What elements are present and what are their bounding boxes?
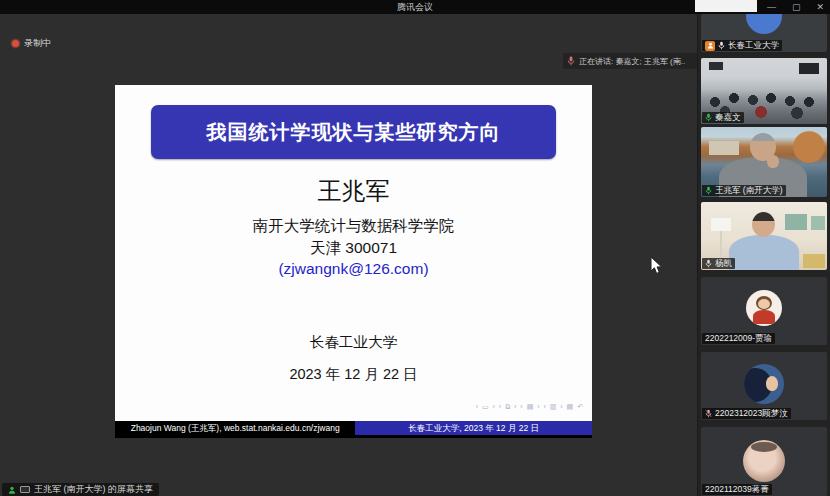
minimize-button[interactable]: — <box>767 0 776 14</box>
sharer-person-icon <box>8 486 16 494</box>
slide-date: 2023 年 12 月 22 日 <box>115 365 592 384</box>
name-label: 长春工业大学 <box>702 40 782 51</box>
titlebar: 腾讯会议 — ▢ ✕ <box>0 0 830 14</box>
participant-tile-wangzhaojun[interactable]: 王兆军 (南开大学) <box>701 127 827 197</box>
name-label: 王兆军 (南开大学) <box>702 185 786 196</box>
beamer-nav-symbols: ‹ ▭ › ‹ ⧉ › ‹ ▤ › ‹ ▥ › ▤ ↶ <box>476 403 584 411</box>
mic-muted-icon <box>705 409 712 418</box>
name-label: 2202312023顾梦汶 <box>702 408 791 419</box>
shared-screen-area: 录制中 正在讲话: 秦嘉文; 王兆军 (南.. 我国统计学现状与某些研究方向 王… <box>0 14 697 496</box>
participant-tile-changchun-univ[interactable]: 长春工业大学 <box>701 14 827 52</box>
avatar-art <box>753 310 775 324</box>
slide-title: 我国统计学现状与某些研究方向 <box>207 119 501 146</box>
participant-name: 秦嘉文 <box>715 112 741 123</box>
participant-name: 2202312023顾梦汶 <box>715 408 788 419</box>
mic-active-icon <box>705 186 712 195</box>
slide-email: (zjwangnk@126.com) <box>115 260 592 278</box>
speaker-hand <box>767 155 779 168</box>
maximize-button[interactable]: ▢ <box>792 0 801 14</box>
name-label: 2202112039蒋菁 <box>702 484 772 495</box>
record-dot-icon <box>12 40 19 47</box>
footline-venue-date: 长春工业大学, 2023 年 12 月 22 日 <box>355 421 592 435</box>
avatar <box>743 440 785 482</box>
participant-name: 2202212009-贾瑜 <box>705 333 772 344</box>
slide-author: 王兆军 <box>115 175 592 207</box>
close-button[interactable]: ✕ <box>816 0 824 14</box>
avatar <box>746 14 782 34</box>
host-badge-icon <box>705 41 715 51</box>
participant-tile-yangkai[interactable]: 杨凯 <box>701 202 827 270</box>
name-label: 杨凯 <box>702 258 735 269</box>
name-label: 秦嘉文 <box>702 112 744 123</box>
slide-title-box: 我国统计学现状与某些研究方向 <box>151 105 556 159</box>
slide-letterbox-strip <box>115 435 592 438</box>
participant-tile-qinjiawen[interactable]: 秦嘉文 <box>701 58 827 124</box>
slide-footline: Zhaojun Wang (王兆军), web.stat.nankai.edu.… <box>115 421 592 435</box>
participants-sidebar[interactable]: 长春工业大学 秦嘉文 王兆军 (南开大学) <box>697 14 830 496</box>
screen-share-label: 王兆军 (南开大学) 的屏幕共享 <box>34 483 153 496</box>
participant-tile-jiayu[interactable]: 2202212009-贾瑜 <box>701 277 827 345</box>
name-label: 2202212009-贾瑜 <box>702 333 775 344</box>
participant-head <box>752 212 775 237</box>
participant-torso <box>729 235 799 270</box>
mic-on-icon <box>705 259 712 268</box>
mouse-cursor <box>650 256 664 276</box>
slide-venue: 长春工业大学 <box>115 333 592 352</box>
avatar-art <box>766 376 778 391</box>
window-controls: — ▢ ✕ <box>767 0 824 14</box>
participant-tile-gumengwen[interactable]: 2202312023顾梦汶 <box>701 352 827 420</box>
avatar-art <box>751 442 777 452</box>
participant-name: 长春工业大学 <box>728 40 779 51</box>
participant-name: 杨凯 <box>715 258 732 269</box>
avatar <box>744 364 784 404</box>
mic-icon <box>567 56 575 66</box>
slide-affiliation: 南开大学统计与数据科学学院 <box>115 216 592 237</box>
speaking-indicator: 正在讲话: 秦嘉文; 王兆军 (南.. <box>563 53 697 69</box>
participant-name: 2202112039蒋菁 <box>705 484 769 495</box>
app-window: 腾讯会议 — ▢ ✕ 录制中 正在讲话: 秦嘉文; 王兆军 (南.. 我国统计学… <box>0 0 830 496</box>
mic-on-icon <box>718 41 725 50</box>
monitor-icon <box>20 486 30 493</box>
mic-active-icon <box>705 113 712 122</box>
screen-share-indicator: 王兆军 (南开大学) 的屏幕共享 <box>2 483 159 496</box>
avatar-art <box>758 299 770 309</box>
speaking-label: 正在讲话: 秦嘉文; 王兆军 (南.. <box>579 56 685 67</box>
footline-author-url: Zhaojun Wang (王兆军), web.stat.nankai.edu.… <box>115 421 355 435</box>
presentation-slide: 我国统计学现状与某些研究方向 王兆军 南开大学统计与数据科学学院 天津 3000… <box>115 85 592 438</box>
avatar <box>746 290 782 326</box>
recording-label: 录制中 <box>24 37 51 50</box>
participant-tile-jiangjing[interactable]: 2202112039蒋菁 <box>701 427 827 496</box>
slide-address: 天津 300071 <box>115 238 592 259</box>
foreground-window-sliver <box>695 0 757 12</box>
participant-name: 王兆军 (南开大学) <box>715 185 783 196</box>
recording-indicator: 录制中 <box>12 37 51 50</box>
